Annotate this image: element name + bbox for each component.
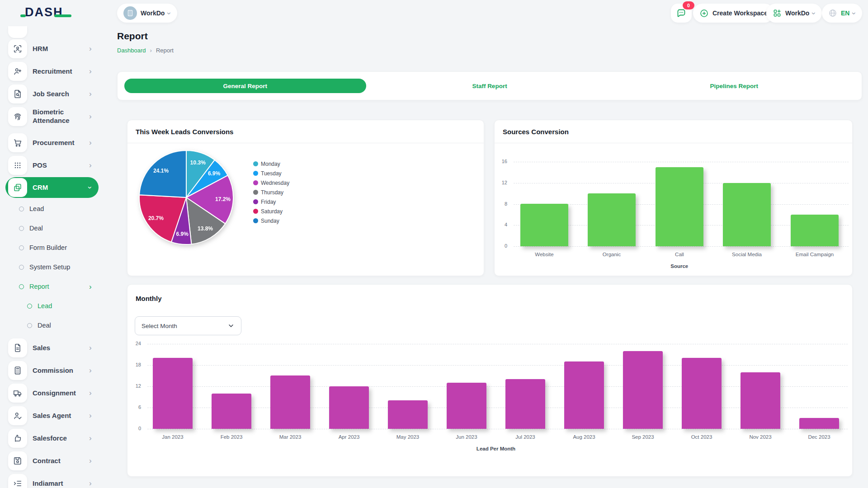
sidebar-item-label: Sales — [33, 344, 50, 352]
legend-item-wednesday[interactable]: Wednesday — [253, 178, 289, 188]
chevron-down-icon: › — [811, 12, 818, 14]
thumbs-up-icon — [13, 433, 23, 443]
sidebar-item-lead[interactable]: Lead — [0, 199, 104, 219]
legend-label: Monday — [261, 161, 280, 167]
sidebar-item-crm[interactable]: CRM› — [5, 177, 99, 198]
legend-dot-icon — [253, 161, 258, 166]
sidebar-item-biometric-attendance[interactable]: Biometric Attendance› — [0, 105, 104, 128]
grid-plus-icon — [773, 9, 782, 18]
language-selector[interactable]: EN › — [822, 4, 862, 23]
sidebar-item-label: POS — [33, 161, 47, 170]
y-axis-tick: 0 — [498, 243, 507, 249]
pie-value-label: 20.7% — [148, 215, 164, 221]
sidebar-item-deal[interactable]: Deal — [0, 219, 104, 238]
x-axis-label: Apr 2023 — [317, 434, 381, 440]
chevron-right-icon: › — [89, 67, 92, 76]
x-axis-label: Mar 2023 — [259, 434, 322, 440]
x-axis-label: Nov 2023 — [729, 434, 792, 440]
pie-value-label: 6.9% — [176, 231, 189, 237]
sidebar-item-procurement[interactable]: Procurement› — [0, 131, 104, 154]
pie-legend: MondayTuesdayWednesdayThursdayFridaySatu… — [253, 159, 289, 225]
fingerprint-icon — [8, 107, 27, 126]
legend-item-friday[interactable]: Friday — [253, 197, 289, 206]
workspace-name: WorkDo — [141, 9, 165, 17]
grid-dots-icon — [8, 156, 27, 175]
x-axis-label: Jun 2023 — [435, 434, 498, 440]
sidebar-item-deal[interactable]: Deal — [0, 316, 104, 335]
gridline — [514, 246, 849, 247]
chevron-right-icon: › — [89, 138, 92, 147]
legend-item-saturday[interactable]: Saturday — [253, 206, 289, 216]
bar-aug-2023 — [564, 361, 604, 429]
legend-label: Tuesday — [261, 170, 282, 177]
bullet-icon — [27, 304, 32, 309]
y-axis-tick: 24 — [132, 341, 141, 346]
legend-item-tuesday[interactable]: Tuesday — [253, 169, 289, 178]
legend-item-sunday[interactable]: Sunday — [253, 216, 289, 225]
logo-accent-bar — [20, 14, 26, 17]
create-workspace-button[interactable]: Create Workspace — [693, 4, 774, 23]
weekly-leads-pie-chart: 10.3%6.9%17.2%13.8%6.9%20.7%24.1% — [137, 148, 236, 247]
sidebar-item-pos[interactable]: POS› — [0, 154, 104, 177]
legend-dot-icon — [253, 180, 258, 185]
building-icon — [126, 9, 134, 17]
sidebar-item-label: Lead — [38, 302, 52, 310]
sidebar-item-recruitment[interactable]: Recruitment› — [0, 60, 104, 83]
sidebar-item-consignment[interactable]: Consignment› — [0, 382, 104, 404]
y-axis-tick: 8 — [498, 201, 507, 206]
sidebar-item-lead[interactable]: Lead — [0, 296, 104, 316]
x-axis-label: Organic — [580, 252, 643, 257]
sidebar-item-label: Biometric Attendance — [33, 108, 86, 125]
bar-sep-2023 — [623, 351, 663, 429]
bar-may-2023 — [388, 400, 428, 429]
legend-item-thursday[interactable]: Thursday — [253, 188, 289, 197]
bar-jun-2023 — [447, 383, 486, 429]
legend-item-monday[interactable]: Monday — [253, 159, 289, 169]
tab-general-report[interactable]: General Report — [124, 79, 366, 93]
sidebar-item-contract[interactable]: Contract› — [0, 450, 104, 472]
monthly-card: Monthly Select Month 06121824Jan 2023Feb… — [127, 284, 853, 477]
y-axis-tick: 6 — [132, 404, 141, 410]
sidebar-item-system-setup[interactable]: System Setup — [0, 258, 104, 277]
sidebar-item-sales[interactable]: Sales› — [0, 337, 104, 359]
hrm-scan-icon — [8, 39, 27, 58]
cart-icon — [8, 133, 27, 152]
sidebar-item-job-search[interactable]: Job Search› — [0, 83, 104, 105]
x-axis-label: May 2023 — [376, 434, 439, 440]
sidebar-item-hrm[interactable]: HRM› — [0, 38, 104, 60]
month-select-value: Select Month — [142, 323, 177, 329]
tab-staff-report[interactable]: Staff Report — [369, 79, 611, 93]
sidebar-item-label: Deal — [29, 224, 43, 232]
breadcrumb-current: Report — [156, 47, 174, 54]
chevron-down-icon: › — [851, 12, 859, 14]
indent-list-icon — [13, 479, 23, 488]
cart-icon — [13, 138, 23, 148]
bullet-icon — [19, 265, 24, 270]
user-plus-icon — [8, 62, 27, 81]
month-select[interactable]: Select Month — [135, 316, 241, 335]
chevron-down-icon — [227, 322, 235, 329]
sidebar-item-commission[interactable]: Commission› — [0, 359, 104, 382]
tab-pipelines-report[interactable]: Pipelines Report — [613, 79, 855, 93]
x-axis-label: Dec 2023 — [788, 434, 851, 440]
messages-button[interactable]: 0 — [671, 4, 692, 23]
sidebar-item-report[interactable]: Report› — [0, 277, 104, 296]
sidebar-item-form-builder[interactable]: Form Builder — [0, 238, 104, 258]
gridline — [514, 162, 849, 162]
sidebar-item-salesforce[interactable]: Salesforce› — [0, 427, 104, 450]
x-axis-label: Call — [648, 252, 711, 257]
sidebar-item-indiamart[interactable]: Indiamart› — [0, 472, 104, 488]
workspace-selector[interactable]: WorkDo › — [117, 4, 177, 23]
breadcrumb-home-link[interactable]: Dashboard — [117, 47, 146, 54]
app-logo[interactable]: DASH — [25, 6, 63, 19]
sources-conversion-card: Sources Conversion 0481216WebsiteOrganic… — [494, 120, 853, 276]
sidebar-item-label: Consignment — [33, 389, 76, 398]
truck-icon — [13, 388, 23, 398]
workspace-switcher-label: WorkDo — [785, 9, 809, 17]
document-search-icon — [8, 84, 27, 103]
weekly-leads-card: This Week Leads Conversions 10.3%6.9%17.… — [127, 120, 484, 276]
workspace-switcher[interactable]: WorkDo › — [766, 4, 822, 23]
pie-value-label: 24.1% — [153, 168, 169, 174]
chevron-right-icon: › — [89, 282, 92, 291]
sidebar-item-sales-agent[interactable]: Sales Agent› — [0, 404, 104, 427]
